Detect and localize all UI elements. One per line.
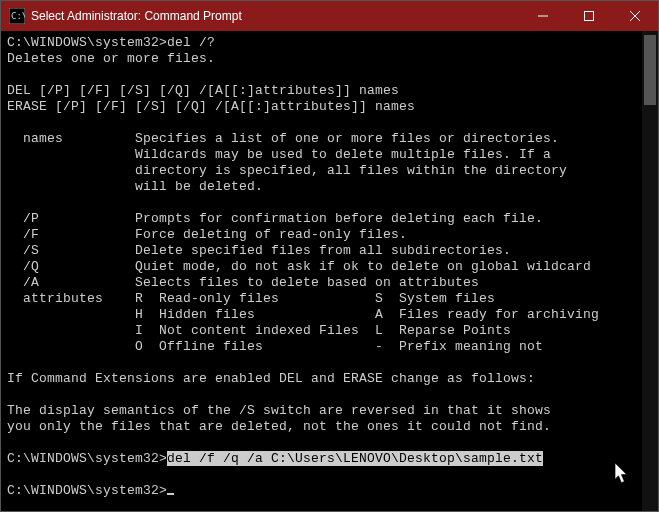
output-line: O Offline files - Prefix meaning not: [7, 339, 543, 354]
close-button[interactable]: [612, 1, 658, 31]
minimize-button[interactable]: [520, 1, 566, 31]
prompt: C:\WINDOWS\system32>: [7, 483, 167, 498]
maximize-button[interactable]: [566, 1, 612, 31]
output-line: /P Prompts for confirmation before delet…: [7, 211, 543, 226]
output-line: Deletes one or more files.: [7, 51, 215, 66]
terminal-output[interactable]: C:\WINDOWS\system32>del /? Deletes one o…: [1, 31, 658, 511]
output-line: /F Force deleting of read-only files.: [7, 227, 407, 242]
terminal-area: C:\WINDOWS\system32>del /? Deletes one o…: [1, 31, 658, 511]
output-line: Wildcards may be used to delete multiple…: [7, 147, 551, 162]
output-line: If Command Extensions are enabled DEL an…: [7, 371, 535, 386]
prompt: C:\WINDOWS\system32>: [7, 35, 167, 50]
output-line: DEL [/P] [/F] [/S] [/Q] /[A[[:]attribute…: [7, 83, 399, 98]
svg-rect-3: [585, 12, 594, 21]
cmd-icon: C:\: [9, 8, 25, 24]
prompt: C:\WINDOWS\system32>: [7, 451, 167, 466]
window-titlebar: C:\ Select Administrator: Command Prompt: [1, 1, 658, 31]
selected-command[interactable]: del /f /q /a C:\Users\LENOVO\Desktop\sam…: [167, 451, 543, 466]
output-line: you only the files that are deleted, not…: [7, 419, 551, 434]
svg-text:C:\: C:\: [11, 11, 25, 21]
output-line: will be deleted.: [7, 179, 263, 194]
window-title: Select Administrator: Command Prompt: [31, 9, 520, 23]
vertical-scrollbar[interactable]: [642, 31, 658, 511]
text-cursor: [167, 493, 174, 495]
command-text: del /?: [167, 35, 215, 50]
output-line: /S Delete specified files from all subdi…: [7, 243, 511, 258]
output-line: The display semantics of the /S switch a…: [7, 403, 551, 418]
scrollbar-thumb[interactable]: [644, 35, 656, 105]
output-line: I Not content indexed Files L Reparse Po…: [7, 323, 511, 338]
output-line: attributes R Read-only files S System fi…: [7, 291, 495, 306]
output-line: H Hidden files A Files ready for archivi…: [7, 307, 599, 322]
output-line: names Specifies a list of one or more fi…: [7, 131, 559, 146]
output-line: directory is specified, all files within…: [7, 163, 567, 178]
output-line: /A Selects files to delete based on attr…: [7, 275, 479, 290]
output-line: ERASE [/P] [/F] [/S] [/Q] /[A[[:]attribu…: [7, 99, 415, 114]
output-line: /Q Quiet mode, do not ask if ok to delet…: [7, 259, 591, 274]
